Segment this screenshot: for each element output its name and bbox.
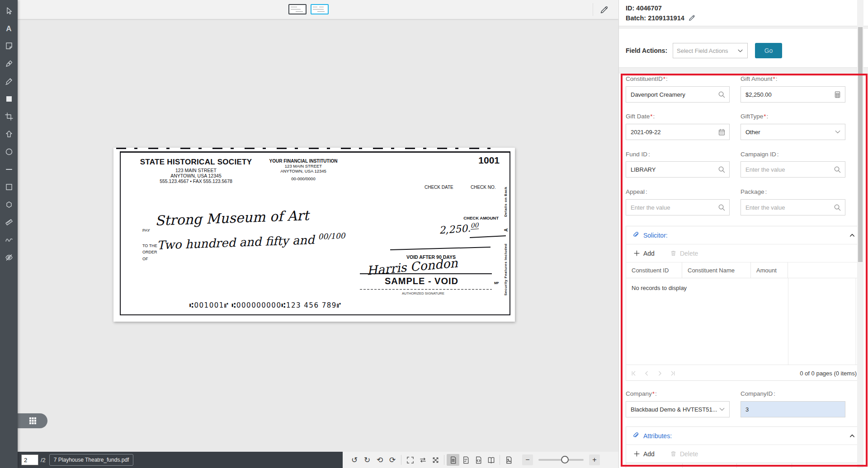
ruler-tool-icon[interactable] — [4, 217, 14, 228]
zoom-in-button[interactable]: + — [589, 454, 600, 465]
gift-amount-input[interactable] — [741, 91, 834, 98]
collapse-chevron-up-icon[interactable] — [849, 433, 855, 439]
solicitor-delete-button[interactable]: Delete — [670, 250, 698, 257]
fit-screen-icon[interactable] — [404, 454, 416, 466]
ellipse-tool-icon[interactable] — [4, 146, 14, 157]
code-page-view-icon[interactable] — [472, 454, 485, 466]
attributes-section: Attributes: Add Delete — [626, 426, 862, 468]
zoom-slider-handle[interactable] — [561, 456, 569, 463]
constituentid-input[interactable] — [626, 91, 718, 98]
filled-rectangle-tool-icon[interactable] — [4, 94, 14, 104]
search-icon[interactable] — [718, 91, 726, 98]
search-icon[interactable] — [834, 204, 841, 211]
line-tool-icon[interactable] — [4, 164, 14, 175]
filename-chip[interactable]: 7 Playhouse Theatre_funds.pdf — [49, 454, 134, 466]
annotation-toolbar: A — [0, 0, 18, 468]
fit-width-icon[interactable] — [416, 454, 429, 466]
panel-scrollbar-thumb[interactable] — [858, 27, 863, 262]
attributes-header[interactable]: Attributes: — [626, 427, 861, 445]
authorized-signature-line — [360, 289, 492, 290]
panel-scrollbar[interactable] — [857, 0, 863, 468]
previous-page-icon[interactable] — [644, 370, 650, 376]
record-id: ID: 4046707 — [626, 5, 662, 12]
image-page-view-icon[interactable] — [502, 454, 515, 466]
single-page-view-icon[interactable] — [447, 454, 459, 466]
edit-annotation-pencil-icon[interactable] — [598, 4, 610, 16]
solicitor-header[interactable]: Solicitor: — [626, 226, 861, 244]
fit-page-icon[interactable] — [429, 454, 442, 466]
trash-icon — [670, 250, 677, 257]
search-icon[interactable] — [834, 166, 841, 173]
rotate-ccw-icon[interactable]: ⟲ — [373, 454, 386, 466]
last-page-icon[interactable] — [670, 370, 676, 376]
highlighter-tool-icon[interactable] — [4, 76, 14, 87]
redo-icon[interactable]: ↻ — [361, 454, 373, 466]
gift-entry-panel: ID: 4046707 Batch: 2109131914 Field Acti… — [618, 0, 868, 468]
appeal-input[interactable] — [626, 204, 718, 211]
viewer-bottom-bar: /2 7 Playhouse Theatre_funds.pdf ↺ ↻ ⟲ ⟳… — [18, 452, 618, 468]
appeal-field — [626, 199, 730, 215]
column-header[interactable]: Constituent Name — [682, 262, 751, 278]
column-header[interactable]: Amount — [751, 262, 788, 278]
crop-tool-icon[interactable] — [4, 111, 14, 122]
page-2-thumbnail[interactable] — [311, 4, 329, 14]
gifttype-select[interactable]: Other — [741, 124, 845, 140]
arrow-shape-tool-icon[interactable] — [4, 129, 14, 140]
campaign-id-input[interactable] — [741, 166, 834, 173]
constituentid-field — [626, 86, 730, 103]
book-view-icon[interactable] — [485, 454, 497, 466]
zoom-out-button[interactable]: − — [522, 454, 533, 465]
chevron-down-icon[interactable] — [834, 128, 841, 136]
rectangle-tool-icon[interactable] — [4, 182, 14, 192]
solicitor-section: Solicitor: Add Delete Constituent ID Con… — [626, 226, 862, 381]
batch-id-row: Batch: 2109131914 — [626, 14, 695, 22]
zoom-slider[interactable] — [538, 459, 584, 461]
companyid-label: CompanyID: — [741, 390, 775, 397]
attributes-add-button[interactable]: Add — [633, 450, 655, 458]
calendar-icon[interactable] — [718, 128, 726, 136]
solicitor-add-button[interactable]: Add — [633, 250, 655, 257]
next-page-icon[interactable] — [657, 370, 663, 376]
solicitor-toolbar: Add Delete — [626, 244, 861, 262]
signature-line — [360, 273, 492, 274]
fund-id-input[interactable] — [626, 166, 718, 173]
page-number-input[interactable] — [21, 454, 38, 465]
hide-annotations-icon[interactable] — [4, 252, 14, 263]
freehand-tool-icon[interactable] — [4, 234, 14, 245]
fund-id-label: Fund ID: — [626, 151, 650, 158]
batch-id: Batch: 2109131914 — [626, 14, 684, 22]
gift-date-field — [626, 124, 730, 140]
polygon-tool-icon[interactable] — [4, 199, 14, 210]
grid-view-button[interactable] — [18, 413, 47, 428]
edit-batch-pencil-icon[interactable] — [688, 14, 695, 22]
field-actions-select[interactable]: Select Field Actions — [673, 43, 748, 58]
column-header-empty — [788, 262, 861, 278]
column-header[interactable]: Constituent ID — [626, 262, 682, 278]
attributes-delete-button[interactable]: Delete — [670, 450, 698, 458]
companyid-input[interactable] — [741, 406, 845, 413]
gift-date-label: Gift Date*: — [626, 113, 655, 120]
first-page-icon[interactable] — [631, 370, 637, 376]
check-image[interactable]: STATE HISTORICAL SOCIETY 123 MAIN STREET… — [113, 148, 515, 322]
go-button[interactable]: Go — [755, 43, 782, 58]
note-tool-icon[interactable] — [4, 41, 14, 51]
gift-date-input[interactable] — [626, 129, 718, 136]
company-select[interactable]: Blackbaud Demo & HVTEST51... — [626, 401, 730, 417]
page-1-thumbnail[interactable] — [288, 4, 307, 14]
package-input[interactable] — [741, 204, 834, 211]
pen-tool-icon[interactable] — [4, 58, 14, 69]
cursor-tool-icon[interactable] — [4, 5, 14, 16]
calculator-icon[interactable] — [834, 91, 841, 98]
chevron-down-icon[interactable] — [718, 406, 726, 413]
undo-icon[interactable]: ↺ — [348, 454, 361, 466]
package-label: Package: — [741, 188, 767, 195]
text-tool-icon[interactable]: A — [4, 23, 14, 34]
appeal-label: Appeal: — [626, 188, 647, 195]
search-icon[interactable] — [718, 166, 726, 173]
check-payer-block: STATE HISTORICAL SOCIETY 123 MAIN STREET… — [134, 158, 258, 184]
rotate-cw-icon[interactable]: ⟳ — [386, 454, 399, 466]
annotated-page-view-icon[interactable] — [459, 454, 472, 466]
solicitor-title: Solicitor: — [643, 232, 668, 239]
search-icon[interactable] — [718, 204, 726, 211]
collapse-chevron-up-icon[interactable] — [849, 232, 855, 239]
